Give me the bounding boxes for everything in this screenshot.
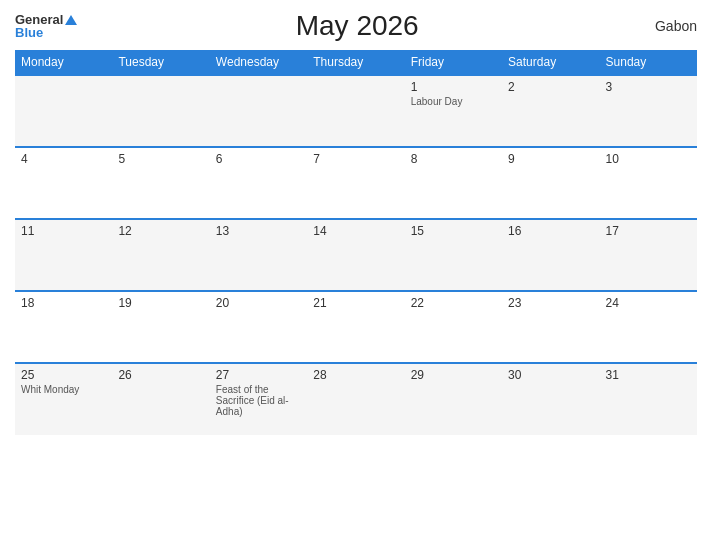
day-event: Labour Day [411,96,496,107]
table-row: 24 [600,291,697,363]
table-row: 29 [405,363,502,435]
day-number: 17 [606,224,691,238]
logo-triangle-icon [65,15,77,25]
col-tuesday: Tuesday [112,50,209,75]
table-row: 25Whit Monday [15,363,112,435]
day-number: 2 [508,80,593,94]
day-number: 11 [21,224,106,238]
table-row: 15 [405,219,502,291]
country-label: Gabon [637,18,697,34]
table-row: 7 [307,147,404,219]
table-row: 21 [307,291,404,363]
day-number: 27 [216,368,301,382]
table-row: 2 [502,75,599,147]
day-number: 21 [313,296,398,310]
day-number: 18 [21,296,106,310]
logo-blue-text: Blue [15,26,77,39]
table-row: 30 [502,363,599,435]
day-number: 1 [411,80,496,94]
calendar-week-row: 25Whit Monday2627Feast of the Sacrifice … [15,363,697,435]
calendar-table: Monday Tuesday Wednesday Thursday Friday… [15,50,697,435]
table-row: 23 [502,291,599,363]
day-number: 30 [508,368,593,382]
table-row [307,75,404,147]
day-number: 14 [313,224,398,238]
table-row: 1Labour Day [405,75,502,147]
calendar-week-row: 18192021222324 [15,291,697,363]
day-number: 25 [21,368,106,382]
table-row: 10 [600,147,697,219]
col-friday: Friday [405,50,502,75]
col-sunday: Sunday [600,50,697,75]
table-row: 3 [600,75,697,147]
table-row: 26 [112,363,209,435]
day-number: 23 [508,296,593,310]
day-event: Feast of the Sacrifice (Eid al-Adha) [216,384,301,417]
day-number: 8 [411,152,496,166]
day-number: 16 [508,224,593,238]
day-number: 20 [216,296,301,310]
table-row: 18 [15,291,112,363]
table-row: 22 [405,291,502,363]
col-saturday: Saturday [502,50,599,75]
page: General Blue May 2026 Gabon Monday Tuesd… [0,0,712,550]
col-thursday: Thursday [307,50,404,75]
day-number: 4 [21,152,106,166]
table-row: 9 [502,147,599,219]
day-number: 26 [118,368,203,382]
day-number: 22 [411,296,496,310]
day-number: 3 [606,80,691,94]
table-row: 19 [112,291,209,363]
col-wednesday: Wednesday [210,50,307,75]
table-row: 5 [112,147,209,219]
table-row [15,75,112,147]
calendar-week-row: 45678910 [15,147,697,219]
calendar-title: May 2026 [77,10,637,42]
day-number: 12 [118,224,203,238]
table-row: 20 [210,291,307,363]
calendar-week-row: 1Labour Day23 [15,75,697,147]
day-number: 6 [216,152,301,166]
day-number: 15 [411,224,496,238]
table-row: 17 [600,219,697,291]
table-row: 11 [15,219,112,291]
day-number: 5 [118,152,203,166]
day-number: 13 [216,224,301,238]
day-number: 28 [313,368,398,382]
calendar-header-row: Monday Tuesday Wednesday Thursday Friday… [15,50,697,75]
day-number: 9 [508,152,593,166]
table-row: 4 [15,147,112,219]
day-event: Whit Monday [21,384,106,395]
day-number: 10 [606,152,691,166]
header: General Blue May 2026 Gabon [15,10,697,42]
day-number: 19 [118,296,203,310]
table-row [210,75,307,147]
col-monday: Monday [15,50,112,75]
day-number: 7 [313,152,398,166]
table-row [112,75,209,147]
table-row: 28 [307,363,404,435]
day-number: 24 [606,296,691,310]
table-row: 27Feast of the Sacrifice (Eid al-Adha) [210,363,307,435]
day-number: 31 [606,368,691,382]
table-row: 6 [210,147,307,219]
table-row: 8 [405,147,502,219]
table-row: 12 [112,219,209,291]
table-row: 14 [307,219,404,291]
table-row: 13 [210,219,307,291]
day-number: 29 [411,368,496,382]
logo: General Blue [15,13,77,39]
table-row: 16 [502,219,599,291]
calendar-week-row: 11121314151617 [15,219,697,291]
table-row: 31 [600,363,697,435]
